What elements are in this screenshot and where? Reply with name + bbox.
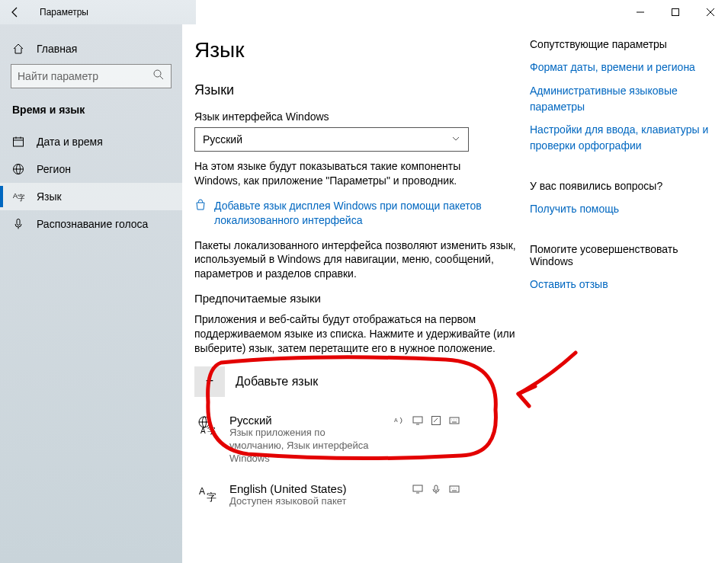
- related-link-admin-lang[interactable]: Административные языковые параметры: [530, 85, 678, 113]
- language-name: Русский: [229, 414, 382, 427]
- svg-text:字: 字: [18, 194, 24, 202]
- main-content: Язык Языки Язык интерфейса Windows Русск…: [194, 38, 522, 563]
- tts-icon: A: [394, 415, 405, 428]
- language-item-russian[interactable]: A字 Русский Язык приложения по умолчанию,…: [194, 409, 466, 470]
- calendar-icon: [12, 136, 24, 148]
- handwriting-icon: [431, 415, 441, 428]
- sidebar-item-label: Распознавание голоса: [37, 218, 148, 230]
- close-button[interactable]: [693, 0, 728, 24]
- related-panel: Сопутствующие параметры Формат даты, вре…: [522, 38, 720, 563]
- svg-rect-37: [450, 486, 459, 492]
- language-item-english[interactable]: A字 English (United States) Доступен язык…: [194, 478, 466, 513]
- language-features: [412, 484, 460, 497]
- sidebar-item-language[interactable]: A字 Язык: [0, 183, 182, 210]
- sidebar-item-label: Дата и время: [37, 136, 103, 148]
- plus-icon: +: [194, 366, 225, 397]
- svg-rect-33: [413, 485, 422, 491]
- add-language-button[interactable]: + Добавьте язык: [194, 366, 522, 397]
- minimize-button[interactable]: [623, 0, 658, 24]
- language-icon: A字: [12, 190, 24, 203]
- svg-rect-6: [14, 138, 24, 146]
- language-glyph-icon: A字: [197, 415, 217, 438]
- preferred-description: Приложения и веб-сайты будут отображатьс…: [194, 312, 522, 356]
- display-lang-description: На этом языке будут показываться такие к…: [194, 159, 469, 188]
- language-subtitle: Язык приложения по умолчанию, Язык интер…: [229, 427, 382, 465]
- svg-rect-26: [450, 417, 459, 424]
- sidebar-item-label: Язык: [37, 190, 62, 203]
- svg-text:字: 字: [207, 491, 216, 503]
- svg-rect-25: [432, 416, 441, 424]
- dropdown-value: Русский: [203, 133, 242, 146]
- sidebar-item-region[interactable]: Регион: [0, 155, 182, 183]
- sidebar-item-speech[interactable]: Распознавание голоса: [0, 210, 182, 238]
- svg-rect-1: [672, 9, 679, 16]
- svg-line-5: [160, 76, 163, 79]
- svg-text:A: A: [199, 486, 205, 497]
- feedback-link[interactable]: Оставить отзыв: [530, 278, 608, 290]
- page-title: Язык: [194, 38, 522, 62]
- store-icon: [194, 199, 207, 214]
- add-language-label: Добавьте язык: [236, 375, 318, 389]
- svg-point-4: [154, 70, 161, 77]
- back-button[interactable]: [0, 6, 30, 18]
- display-icon: [412, 415, 423, 428]
- sidebar-item-label: Регион: [37, 163, 71, 175]
- display-icon: [412, 484, 423, 497]
- sidebar-item-datetime[interactable]: Дата и время: [0, 128, 182, 155]
- svg-rect-35: [435, 485, 438, 491]
- category-title: Время и язык: [0, 104, 182, 128]
- help-title: У вас появились вопросы?: [530, 180, 713, 192]
- sidebar: Главная Время и язык Дата и время Регион…: [0, 24, 182, 563]
- mic-icon: [12, 218, 24, 230]
- chevron-down-icon: [451, 133, 460, 146]
- search-box[interactable]: [11, 64, 172, 88]
- display-lang-label: Язык интерфейса Windows: [194, 110, 522, 123]
- language-name: English (United States): [229, 482, 400, 495]
- svg-text:字: 字: [207, 426, 216, 435]
- svg-text:A: A: [200, 427, 206, 435]
- window-title: Параметры: [30, 7, 88, 18]
- feedback-title: Помогите усовершенствовать Windows: [530, 243, 713, 267]
- language-glyph-icon: A字: [197, 484, 217, 507]
- keyboard-icon: [449, 484, 460, 497]
- keyboard-icon: [449, 415, 460, 428]
- languages-heading: Языки: [194, 82, 522, 98]
- home-icon: [12, 43, 24, 55]
- svg-rect-23: [413, 417, 422, 423]
- locpack-description: Пакеты локализованного интерфейса позвол…: [194, 238, 522, 282]
- home-link[interactable]: Главная: [0, 38, 182, 64]
- language-features: A: [394, 415, 460, 428]
- search-input[interactable]: [18, 70, 152, 82]
- maximize-button[interactable]: [658, 0, 693, 24]
- svg-rect-15: [17, 219, 20, 226]
- help-link[interactable]: Получить помощь: [530, 203, 619, 215]
- store-link[interactable]: Добавьте язык дисплея Windows при помощи…: [214, 199, 522, 228]
- related-link-input-settings[interactable]: Настройки для ввода, клавиатуры и провер…: [530, 123, 708, 152]
- voice-icon: [431, 484, 441, 497]
- display-language-dropdown[interactable]: Русский: [194, 127, 469, 152]
- svg-text:A: A: [394, 417, 398, 423]
- related-title: Сопутствующие параметры: [530, 38, 713, 50]
- related-link-date-format[interactable]: Формат даты, времени и региона: [530, 61, 695, 73]
- language-subtitle: Доступен языковой пакет: [229, 495, 400, 508]
- search-icon: [152, 69, 165, 84]
- globe-icon: [12, 163, 24, 175]
- preferred-heading: Предпочитаемые языки: [194, 292, 522, 305]
- home-label: Главная: [37, 43, 77, 55]
